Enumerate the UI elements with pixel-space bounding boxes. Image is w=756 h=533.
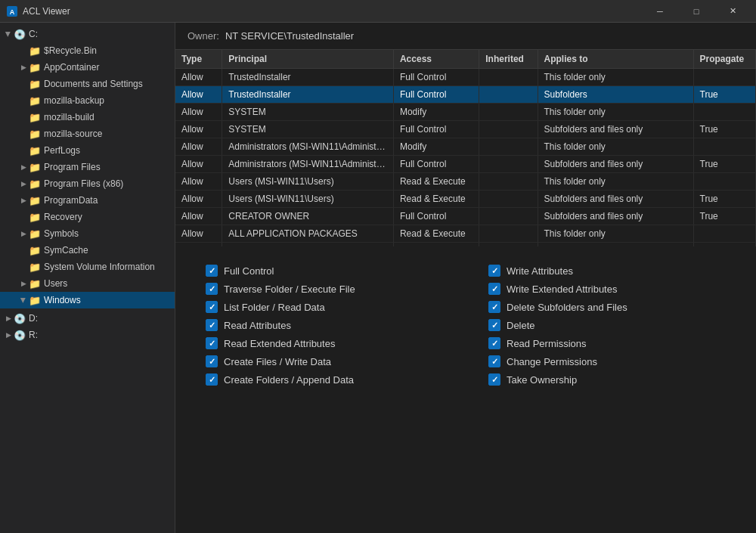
- arrow-programfilesx86: ▶: [18, 178, 29, 189]
- perm-checkbox-change-perms: [488, 355, 500, 367]
- drive-c-label: C:: [29, 29, 38, 39]
- app-window: A ACL Viewer ─ □ ✕ ▶ 💿 C: ▶ 📁 $Recycle.: [0, 0, 756, 533]
- perm-label-create-folders: Create Folders / Append Data: [224, 374, 354, 386]
- sidebar-item-users[interactable]: ▶ 📁 Users: [0, 275, 175, 292]
- perm-label-change-perms: Change Permissions: [507, 356, 597, 367]
- perm-label-full-control: Full Control: [224, 265, 274, 277]
- table-row[interactable]: AllowUsers (MSI-WIN11\Users)Read & Execu…: [175, 173, 756, 191]
- item-label-users: Users: [44, 278, 67, 289]
- perm-item-read-attrs: Read Attributes: [206, 319, 443, 331]
- col-header-type: Type: [175, 50, 222, 69]
- sidebar-item-programfilesx86[interactable]: ▶ 📁 Program Files (x86): [0, 175, 175, 192]
- close-button[interactable]: ✕: [715, 0, 750, 23]
- owner-bar: Owner: NT SERVICE\TrustedInstaller: [175, 23, 756, 50]
- sidebar-item-appcontainer[interactable]: ▶ 📁 AppContainer: [0, 59, 175, 76]
- perm-checkbox-create-folders: [206, 373, 218, 386]
- perm-checkbox-delete: [488, 319, 500, 331]
- item-label-sysvolinfo: System Volume Information: [44, 262, 155, 272]
- perm-item-traverse: Traverse Folder / Execute File: [206, 283, 443, 295]
- sidebar-item-r-drive[interactable]: ▶ 💿 R:: [0, 327, 175, 343]
- sidebar-tree[interactable]: ▶ 💿 C: ▶ 📁 $Recycle.Bin ▶ 📁 AppContainer…: [0, 23, 175, 533]
- sidebar-item-c-drive[interactable]: ▶ 💿 C:: [0, 26, 175, 42]
- item-label-programdata: ProgramData: [44, 195, 98, 206]
- perm-checkbox-write-ext-attrs: [488, 283, 500, 295]
- table-row[interactable]: AllowTrustedInstallerFull ControlSubfold…: [175, 86, 756, 104]
- table-row[interactable]: AllowCREATOR OWNERFull ControlSubfolders…: [175, 208, 756, 225]
- acl-table-body: AllowTrustedInstallerFull ControlThis fo…: [175, 69, 756, 247]
- sidebar-item-mozilla-source[interactable]: ▶ 📁 mozilla-source: [0, 126, 175, 142]
- drive-icon-c: 💿: [14, 28, 26, 40]
- folder-icon-perflogs: 📁: [29, 144, 41, 156]
- sidebar-item-mozilla-backup[interactable]: ▶ 📁 mozilla-backup: [0, 92, 175, 109]
- perm-item-full-control: Full Control: [206, 265, 443, 277]
- item-label-docs: Documents and Settings: [44, 79, 143, 89]
- perm-label-traverse: Traverse Folder / Execute File: [224, 284, 355, 295]
- drive-d-label: D:: [29, 313, 38, 324]
- perm-checkbox-full-control: [206, 265, 218, 277]
- sidebar-item-mozilla-build[interactable]: ▶ 📁 mozilla-build: [0, 109, 175, 126]
- folder-icon-mozilla-build: 📁: [29, 111, 41, 123]
- content-panel: Owner: NT SERVICE\TrustedInstaller Type …: [175, 23, 756, 533]
- titlebar: A ACL Viewer ─ □ ✕: [0, 0, 756, 23]
- perm-item-create-folders: Create Folders / Append Data: [206, 373, 443, 386]
- perm-item-list: List Folder / Read Data: [206, 301, 443, 313]
- sidebar-item-programdata[interactable]: ▶ 📁 ProgramData: [0, 192, 175, 209]
- perm-label-delete-subfolders: Delete Subfolders and Files: [507, 302, 627, 313]
- perm-item-take-ownership: Take Ownership: [488, 373, 726, 386]
- col-header-inherited: Inherited: [479, 50, 538, 69]
- table-row[interactable]: AllowSYSTEMModifyThis folder only: [175, 104, 756, 121]
- table-row[interactable]: AllowTrustedInstallerFull ControlThis fo…: [175, 69, 756, 86]
- table-row[interactable]: AllowUsers (MSI-WIN11\Users)Read & Execu…: [175, 191, 756, 208]
- folder-icon-appcontainer: 📁: [29, 61, 41, 73]
- drive-r-label: R:: [29, 330, 38, 340]
- sidebar-item-d-drive[interactable]: ▶ 💿 D:: [0, 310, 175, 327]
- drive-icon-d: 💿: [14, 312, 26, 324]
- perm-item-read-ext-attrs: Read Extended Attributes: [206, 337, 443, 349]
- sidebar-item-windows[interactable]: ▶ 📁 Windows: [0, 292, 175, 308]
- sidebar-item-symcache[interactable]: ▶ 📁 SymCache: [0, 242, 175, 259]
- sidebar-item-symbols[interactable]: ▶ 📁 Symbols: [0, 225, 175, 242]
- perm-item-change-perms: Change Permissions: [488, 355, 726, 367]
- folder-icon-symcache: 📁: [29, 244, 41, 256]
- arrow-r: ▶: [3, 330, 14, 340]
- table-row[interactable]: AllowSYSTEMFull ControlSubfolders and fi…: [175, 121, 756, 138]
- table-row[interactable]: AllowAdministrators (MSI-WIN11\Administr…: [175, 156, 756, 173]
- col-header-principal: Principal: [222, 50, 394, 69]
- maximize-button[interactable]: □: [679, 0, 714, 23]
- main-layout: ▶ 💿 C: ▶ 📁 $Recycle.Bin ▶ 📁 AppContainer…: [0, 23, 756, 533]
- perm-label-read-perms: Read Permissions: [507, 338, 587, 349]
- app-icon: A: [6, 5, 18, 17]
- table-row[interactable]: AllowALL APPLICATION PACKAGESRead & Exec…: [175, 225, 756, 243]
- folder-icon-windows: 📁: [29, 294, 41, 306]
- table-header-row: Type Principal Access Inherited Applies …: [175, 50, 756, 69]
- minimize-button[interactable]: ─: [643, 0, 677, 23]
- perm-item-create-files: Create Files / Write Data: [206, 355, 443, 367]
- arrow-programfiles: ▶: [18, 162, 29, 172]
- perm-label-take-ownership: Take Ownership: [507, 374, 577, 386]
- col-header-applies: Applies to: [538, 50, 693, 69]
- perm-checkbox-list: [206, 301, 218, 313]
- sidebar-item-recycle[interactable]: ▶ 📁 $Recycle.Bin: [0, 42, 175, 59]
- permissions-grid: Full Control Traverse Folder / Execute F…: [206, 265, 726, 386]
- sidebar-item-sysvolinfo[interactable]: ▶ 📁 System Volume Information: [0, 259, 175, 275]
- folder-icon-programfilesx86: 📁: [29, 178, 41, 190]
- acl-table-container[interactable]: Type Principal Access Inherited Applies …: [175, 50, 756, 246]
- item-label-programfiles: Program Files: [44, 162, 101, 172]
- owner-value: NT SERVICE\TrustedInstaller: [225, 30, 354, 42]
- table-row[interactable]: AllowAdministrators (MSI-WIN11\Administr…: [175, 138, 756, 156]
- folder-icon-sysvolinfo: 📁: [29, 261, 41, 273]
- perm-checkbox-write-attrs: [488, 265, 500, 277]
- sidebar-item-docs[interactable]: ▶ 📁 Documents and Settings: [0, 76, 175, 92]
- item-label-programfilesx86: Program Files (x86): [44, 178, 123, 189]
- perm-item-write-ext-attrs: Write Extended Attributes: [488, 283, 726, 295]
- app-title: ACL Viewer: [23, 6, 70, 17]
- perm-label-create-files: Create Files / Write Data: [224, 356, 331, 367]
- permissions-section: Full Control Traverse Folder / Execute F…: [175, 246, 756, 533]
- perm-col-left: Full Control Traverse Folder / Execute F…: [206, 265, 443, 386]
- sidebar-item-recovery[interactable]: ▶ 📁 Recovery: [0, 209, 175, 225]
- expand-arrow-c: ▶: [3, 29, 14, 39]
- sidebar-item-programfiles[interactable]: ▶ 📁 Program Files: [0, 159, 175, 175]
- sidebar-item-perflogs[interactable]: ▶ 📁 PerfLogs: [0, 142, 175, 159]
- item-label-recycle: $Recycle.Bin: [44, 45, 97, 56]
- perm-item-write-attrs: Write Attributes: [488, 265, 726, 277]
